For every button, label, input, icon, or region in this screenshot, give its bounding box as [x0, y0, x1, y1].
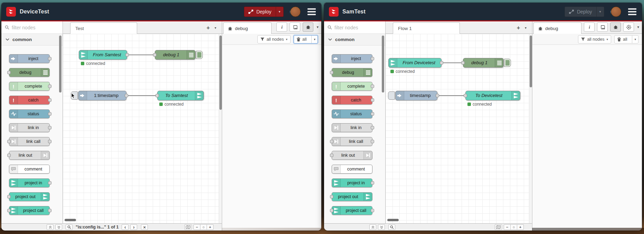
search-close-button[interactable]	[141, 224, 148, 230]
debug-toggle-button[interactable]	[504, 59, 511, 67]
flow-canvas[interactable]: From Devicetestconnecteddebug 1timestamp…	[386, 34, 529, 223]
canvas-hscrollbar-thumb[interactable]	[387, 219, 399, 221]
output-port[interactable]	[371, 57, 374, 60]
input-port[interactable]	[464, 94, 467, 97]
input-port[interactable]	[330, 195, 333, 198]
flow-node-From-Devicetest[interactable]: From Devicetest	[388, 58, 442, 68]
workspace-tab[interactable]: Test	[70, 22, 137, 34]
output-port[interactable]	[48, 112, 51, 116]
palette-filter-input[interactable]: filter nodes	[324, 21, 385, 34]
sidebar-info-button[interactable]: i	[584, 22, 595, 32]
debug-toggle-button[interactable]	[196, 51, 203, 59]
flow-list-caret[interactable]	[215, 26, 216, 30]
debug-filter-button[interactable]: all nodes	[578, 35, 611, 43]
palette-collapse-down-button[interactable]	[55, 224, 62, 230]
deploy-button[interactable]: Deploy	[244, 7, 284, 17]
output-port[interactable]	[440, 61, 443, 65]
wire[interactable]	[443, 62, 462, 63]
add-flow-button[interactable]	[517, 25, 520, 31]
output-port[interactable]	[48, 126, 51, 129]
debug-clear-caret[interactable]	[632, 36, 638, 43]
flow-node-debug-1[interactable]: debug 1	[463, 58, 504, 68]
palette-node-link-out[interactable]: link out	[332, 151, 372, 160]
output-port[interactable]	[48, 98, 51, 102]
sidebar-tab-debug[interactable]: debug	[223, 22, 272, 34]
navigator-button[interactable]	[184, 224, 192, 230]
input-port[interactable]	[330, 209, 333, 212]
flow-node-debug-1[interactable]: debug 1	[155, 50, 196, 60]
wire[interactable]	[129, 55, 153, 55]
input-port[interactable]	[153, 53, 157, 57]
input-port[interactable]	[461, 61, 465, 65]
input-port[interactable]	[7, 71, 11, 74]
palette-node-project-in[interactable]: project in	[332, 178, 372, 187]
sidebar-menu-caret[interactable]	[316, 25, 319, 29]
input-port[interactable]	[7, 195, 11, 198]
input-port[interactable]	[7, 209, 11, 212]
zoom-reset-button[interactable]	[200, 224, 207, 230]
zoom-in-button[interactable]	[517, 224, 524, 230]
input-port[interactable]	[7, 154, 11, 157]
search-next-button[interactable]	[130, 224, 137, 230]
palette-node-link-call[interactable]: link call	[9, 137, 50, 146]
output-port[interactable]	[371, 181, 374, 185]
flow-list-caret[interactable]	[525, 26, 527, 30]
zoom-out-button[interactable]	[504, 224, 511, 230]
output-port[interactable]	[371, 112, 374, 116]
palette-filter-input[interactable]: filter nodes	[1, 21, 63, 34]
search-prev-button[interactable]	[122, 224, 129, 230]
palette-node-debug[interactable]: debug	[9, 68, 50, 77]
palette-node-link-out[interactable]: link out	[9, 151, 50, 160]
sidebar-help-button[interactable]	[597, 22, 608, 32]
input-port[interactable]	[330, 71, 333, 74]
flow-node-From-Samtest[interactable]: From Samtest	[79, 50, 127, 60]
inject-run-button[interactable]	[71, 91, 78, 100]
add-flow-button[interactable]	[207, 25, 210, 31]
palette-node-catch[interactable]: catch	[332, 96, 372, 105]
output-port[interactable]	[371, 209, 374, 212]
user-avatar[interactable]	[290, 7, 301, 17]
output-port[interactable]	[371, 85, 374, 88]
output-port[interactable]	[436, 94, 439, 97]
output-port[interactable]	[48, 85, 51, 88]
zoom-out-button[interactable]	[193, 224, 200, 230]
deploy-options-caret[interactable]	[596, 7, 604, 17]
palette-node-project-in[interactable]: project in	[9, 178, 50, 187]
output-port[interactable]	[371, 98, 374, 102]
wire[interactable]	[128, 95, 156, 96]
canvas-search-button[interactable]	[66, 224, 73, 230]
palette-node-link-call[interactable]: link call	[332, 137, 372, 146]
sidebar-settings-button[interactable]	[623, 22, 634, 32]
deploy-options-caret[interactable]	[276, 7, 283, 17]
flow-node-To-Samtest[interactable]: To Samtest	[157, 91, 204, 100]
workspace-tab[interactable]: Flow 1	[393, 22, 460, 34]
palette-collapse-up-button[interactable]	[47, 224, 54, 230]
deploy-button[interactable]: Deploy	[565, 7, 604, 17]
sidebar-menu-caret[interactable]	[637, 25, 639, 29]
palette-node-catch[interactable]: catch	[9, 96, 50, 105]
output-port[interactable]	[371, 126, 374, 129]
palette-node-comment[interactable]: comment	[9, 165, 50, 174]
palette-node-link-in[interactable]: link in	[332, 123, 372, 132]
palette-node-project-out[interactable]: project out	[9, 192, 50, 201]
palette-node-debug[interactable]: debug	[332, 68, 372, 77]
sidebar-help-button[interactable]	[290, 22, 300, 32]
flow-canvas[interactable]: From Samtestconnecteddebug 11:timestampT…	[63, 34, 219, 223]
palette-category-common[interactable]: common	[324, 34, 385, 46]
input-port[interactable]	[330, 140, 333, 143]
zoom-in-button[interactable]	[207, 224, 214, 230]
main-menu-button[interactable]	[627, 8, 637, 16]
palette-collapse-up-button[interactable]	[369, 224, 376, 230]
debug-clear-caret[interactable]	[311, 36, 318, 43]
flow-node-To-Devicetest[interactable]: To Devicetest	[465, 91, 520, 100]
flow-node-timestamp[interactable]: timestamp	[395, 91, 437, 100]
palette-node-status[interactable]: status	[332, 109, 372, 118]
palette-node-project-out[interactable]: project out	[332, 192, 372, 201]
zoom-reset-button[interactable]	[510, 224, 517, 230]
debug-clear-button[interactable]: all	[614, 35, 638, 43]
output-port[interactable]	[48, 57, 51, 60]
output-port[interactable]	[48, 209, 51, 212]
input-port[interactable]	[330, 154, 333, 157]
sidebar-tab-debug[interactable]: debug	[533, 22, 581, 34]
user-menu[interactable]: s	[290, 7, 301, 17]
